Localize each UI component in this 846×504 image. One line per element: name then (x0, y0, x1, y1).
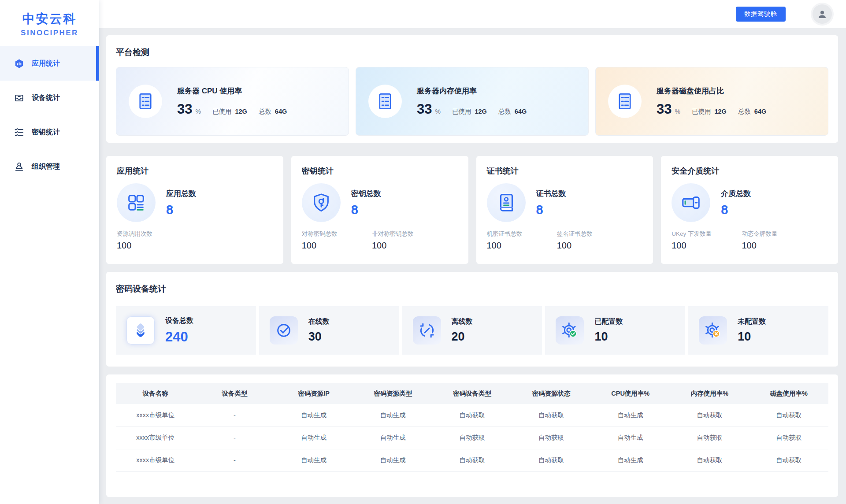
cell-resource-ip: 自动生成 (274, 449, 353, 471)
col-disk-usage: 磁盘使用率% (749, 383, 828, 404)
cell-resource-type: 自动生成 (353, 426, 433, 449)
cell-device-type: - (195, 449, 275, 471)
server-icon (136, 92, 155, 111)
cell-cpu-usage: 自动生成 (591, 404, 670, 426)
layers-stack-icon-tile (126, 316, 155, 345)
table-row: xxxx市级单位 - 自动生成 自动生成 自动获取 自动获取 自动生成 自动获取… (116, 426, 828, 449)
key-total-label: 密钥总数 (351, 189, 381, 199)
memory-used-label: 已使用 (452, 108, 471, 115)
col-resource-status: 密码资源状态 (512, 383, 591, 404)
encryption-cert-value: 100 (487, 241, 557, 251)
cpu-usage-value: 33 (177, 101, 192, 117)
key-total-value: 8 (351, 203, 381, 217)
main-content: 平台检测 服务器 CPU 使用率 33 % 已使用12G 总数64G (106, 35, 838, 497)
cell-crypto-device-type: 自动获取 (433, 426, 512, 449)
cert-stats-title: 证书统计 (487, 166, 643, 176)
ukey-icon-circle (672, 183, 710, 222)
device-total-label: 设备总数 (165, 316, 193, 326)
server-icon-circle (608, 85, 642, 118)
device-table-panel: 设备名称 设备类型 密码资源IP 密码资源类型 密码设备类型 密码资源状态 CP… (106, 374, 838, 497)
cell-device-name: xxxx市级单位 (116, 404, 195, 426)
cell-device-type: - (195, 426, 275, 449)
cell-memory-usage: 自动获取 (670, 449, 750, 471)
cell-cpu-usage: 自动生成 (591, 449, 670, 471)
gear-x-icon-tile (699, 316, 727, 345)
shield-key-icon-circle (302, 183, 341, 222)
offline-count-value: 20 (452, 330, 473, 344)
asymmetric-key-value: 100 (372, 241, 442, 251)
data-cockpit-button[interactable]: 数据驾驶舱 (736, 7, 786, 22)
app-total-value: 8 (166, 203, 196, 217)
configured-count-cell: 已配置数 10 (545, 306, 685, 355)
unconfigured-count-value: 10 (738, 330, 766, 344)
offline-count-label: 离线数 (452, 317, 473, 326)
cell-memory-usage: 自动获取 (670, 404, 750, 426)
dynamic-token-value: 100 (742, 241, 812, 251)
sidebar-item-org-management[interactable]: 组织管理 (0, 149, 99, 184)
cell-resource-status: 自动获取 (512, 449, 591, 471)
sidebar-item-label: 密钥统计 (32, 128, 60, 137)
disk-usage-value: 33 (657, 101, 672, 117)
key-stats-card: 密钥统计 密钥总数 8 对称密码总数 100 非对称密钥总数 100 (291, 156, 468, 264)
configured-count-value: 10 (594, 330, 623, 344)
sidebar-item-label: 设备统计 (32, 93, 60, 103)
user-avatar[interactable] (813, 4, 832, 24)
certificate-book-icon (496, 193, 516, 213)
col-device-name: 设备名称 (116, 383, 195, 404)
cell-disk-usage: 自动获取 (749, 449, 828, 471)
table-row: xxxx市级单位 - 自动生成 自动生成 自动获取 自动获取 自动生成 自动获取… (116, 404, 828, 426)
memory-used-value: 12G (475, 108, 486, 115)
cpu-total-label: 总数 (259, 108, 271, 115)
cell-resource-type: 自动生成 (353, 449, 433, 471)
key-stats-title: 密钥统计 (302, 166, 458, 176)
col-device-type: 设备类型 (195, 383, 275, 404)
dynamic-token-label: 动态令牌数量 (742, 230, 812, 238)
symmetric-key-value: 100 (302, 241, 372, 251)
signing-cert-label: 签名证书总数 (557, 230, 627, 238)
cell-device-name: xxxx市级单位 (116, 426, 195, 449)
device-total-value: 240 (165, 329, 193, 345)
disk-total-value: 64G (754, 108, 766, 115)
brand-name-en: SINOCIPHER (0, 29, 99, 37)
ukey-icon (681, 193, 701, 213)
cell-crypto-device-type: 自动获取 (433, 449, 512, 471)
disk-total-label: 总数 (738, 108, 751, 115)
symmetric-key-label: 对称密码总数 (302, 230, 372, 238)
key-checklist-icon (14, 127, 24, 137)
sidebar-item-label: 应用统计 (32, 59, 60, 68)
brand-name-cn: 中安云科 (0, 11, 99, 27)
signing-cert-value: 100 (557, 241, 627, 251)
col-crypto-device-type: 密码设备类型 (433, 383, 512, 404)
cell-resource-status: 自动获取 (512, 426, 591, 449)
device-stats-strip: 设备总数 240 在线数 30 离线数 20 (116, 306, 828, 355)
disk-usage-unit: % (675, 108, 680, 115)
col-resource-type: 密码资源类型 (353, 383, 433, 404)
server-icon-circle (129, 85, 162, 118)
sidebar-item-key-stats[interactable]: 密钥统计 (0, 115, 99, 149)
platform-cards-row: 服务器 CPU 使用率 33 % 已使用12G 总数64G 服务器内存使用率 (116, 67, 828, 136)
media-total-label: 介质总数 (721, 189, 751, 199)
certificate-icon-circle (487, 183, 526, 222)
crypto-device-panel: 密码设备统计 设备总数 240 在线数 30 (106, 272, 838, 367)
device-table: 设备名称 设备类型 密码资源IP 密码资源类型 密码设备类型 密码资源状态 CP… (116, 383, 828, 472)
disk-card-title: 服务器磁盘使用占比 (657, 86, 778, 96)
link-broken-icon (418, 322, 436, 339)
media-total-value: 8 (721, 203, 751, 217)
app-stats-card: 应用统计 应用总数 8 资源调用次数 100 (106, 156, 283, 264)
sidebar-item-device-stats[interactable]: 设备统计 (0, 81, 99, 115)
cell-crypto-device-type: 自动获取 (433, 404, 512, 426)
col-resource-ip: 密码资源IP (274, 383, 353, 404)
sidebar-item-app-stats[interactable]: 应用统计 (0, 46, 99, 81)
app-total-label: 应用总数 (166, 189, 196, 199)
asymmetric-key-label: 非对称密钥总数 (372, 230, 442, 238)
server-icon (376, 92, 394, 111)
topbar-divider (799, 7, 799, 22)
cert-total-value: 8 (536, 203, 566, 217)
sidebar: 中安云科 SINOCIPHER 应用统计 设备统计 密钥统计 组织管理 (0, 0, 99, 504)
memory-usage-card: 服务器内存使用率 33 % 已使用12G 总数64G (356, 67, 589, 136)
cell-cpu-usage: 自动生成 (591, 426, 670, 449)
memory-total-label: 总数 (498, 108, 511, 115)
cell-device-name: xxxx市级单位 (116, 449, 195, 471)
crypto-device-title: 密码设备统计 (116, 283, 828, 295)
cell-device-type: - (195, 404, 275, 426)
